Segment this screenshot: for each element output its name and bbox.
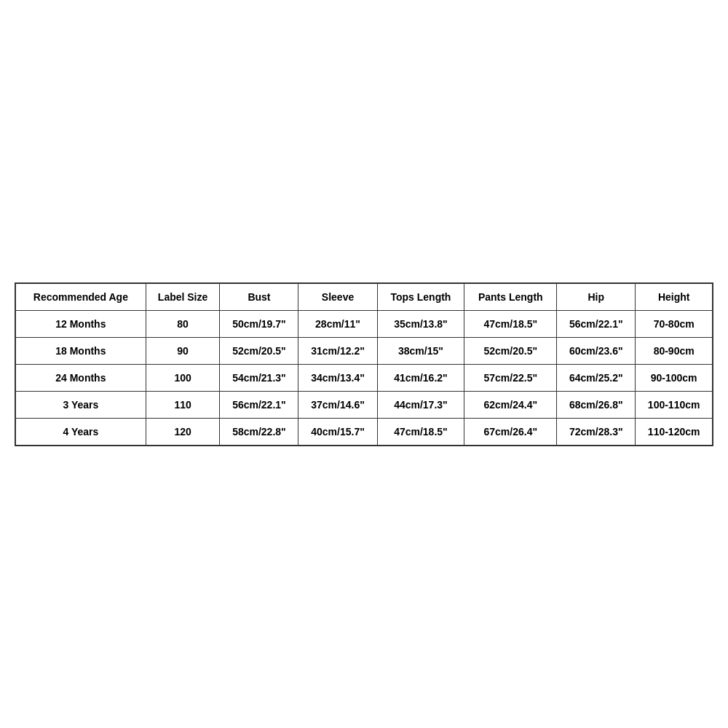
col-header-hip: Hip [557,283,636,310]
cell-pants-length: 57cm/22.5" [464,364,557,391]
col-header-tops-length: Tops Length [377,283,464,310]
col-header-sleeve: Sleeve [298,283,377,310]
col-header-height: Height [636,283,713,310]
cell-sleeve: 34cm/13.4" [298,364,377,391]
col-header-label-size: Label Size [146,283,220,310]
table-row: 3 Years11056cm/22.1"37cm/14.6"44cm/17.3"… [16,391,713,418]
cell-height: 100-110cm [636,391,713,418]
cell-tops-length: 35cm/13.8" [377,310,464,337]
cell-label-size: 100 [146,364,220,391]
cell-hip: 56cm/22.1" [557,310,636,337]
cell-bust: 54cm/21.3" [220,364,298,391]
cell-hip: 64cm/25.2" [557,364,636,391]
cell-age: 4 Years [16,418,146,445]
cell-bust: 58cm/22.8" [220,418,298,445]
cell-sleeve: 31cm/12.2" [298,337,377,364]
cell-tops-length: 44cm/17.3" [377,391,464,418]
cell-label-size: 90 [146,337,220,364]
cell-tops-length: 41cm/16.2" [377,364,464,391]
cell-hip: 72cm/28.3" [557,418,636,445]
cell-age: 24 Months [16,364,146,391]
table-row: 18 Months9052cm/20.5"31cm/12.2"38cm/15"5… [16,337,713,364]
cell-pants-length: 52cm/20.5" [464,337,557,364]
cell-label-size: 80 [146,310,220,337]
cell-tops-length: 47cm/18.5" [377,418,464,445]
cell-pants-length: 62cm/24.4" [464,391,557,418]
cell-tops-length: 38cm/15" [377,337,464,364]
table-row: 4 Years12058cm/22.8"40cm/15.7"47cm/18.5"… [16,418,713,445]
cell-sleeve: 37cm/14.6" [298,391,377,418]
cell-hip: 68cm/26.8" [557,391,636,418]
cell-height: 110-120cm [636,418,713,445]
cell-hip: 60cm/23.6" [557,337,636,364]
cell-height: 80-90cm [636,337,713,364]
table-row: 12 Months8050cm/19.7"28cm/11"35cm/13.8"4… [16,310,713,337]
cell-pants-length: 47cm/18.5" [464,310,557,337]
cell-age: 12 Months [16,310,146,337]
size-chart-table: Recommended Age Label Size Bust Sleeve T… [15,283,713,446]
size-chart-container: Recommended Age Label Size Bust Sleeve T… [15,282,713,446]
cell-age: 3 Years [16,391,146,418]
cell-bust: 56cm/22.1" [220,391,298,418]
table-row: 24 Months10054cm/21.3"34cm/13.4"41cm/16.… [16,364,713,391]
cell-height: 70-80cm [636,310,713,337]
cell-sleeve: 28cm/11" [298,310,377,337]
col-header-age: Recommended Age [16,283,146,310]
cell-age: 18 Months [16,337,146,364]
cell-height: 90-100cm [636,364,713,391]
cell-pants-length: 67cm/26.4" [464,418,557,445]
table-header-row: Recommended Age Label Size Bust Sleeve T… [16,283,713,310]
cell-label-size: 120 [146,418,220,445]
cell-bust: 52cm/20.5" [220,337,298,364]
col-header-pants-length: Pants Length [464,283,557,310]
col-header-bust: Bust [220,283,298,310]
cell-label-size: 110 [146,391,220,418]
cell-bust: 50cm/19.7" [220,310,298,337]
cell-sleeve: 40cm/15.7" [298,418,377,445]
